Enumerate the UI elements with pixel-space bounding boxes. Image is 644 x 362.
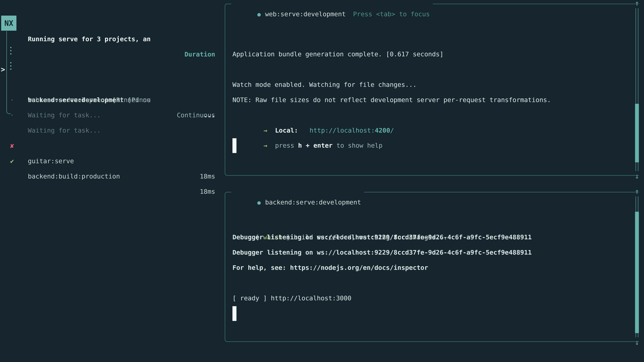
running-spinner-icon bbox=[10, 47, 12, 55]
task-row-waiting-2[interactable]: · Waiting for task... bbox=[0, 92, 224, 108]
task-status-value: Continuous bbox=[177, 108, 215, 123]
terminal-line: Application bundle generation complete. … bbox=[232, 46, 444, 62]
task-row-web-serve[interactable]: web:serve:development [Pinned ou Continu… bbox=[0, 62, 224, 77]
scroll-down-icon[interactable]: ↓ bbox=[632, 171, 641, 181]
scroll-down-icon[interactable]: ↓ bbox=[632, 338, 641, 347]
task-duration-value: 18ms bbox=[200, 169, 215, 184]
terminal-line-inspector-help: For help, see: https://nodejs.org/en/doc… bbox=[232, 260, 428, 275]
pane-scrollbar[interactable]: ↑ ↓ bbox=[632, 187, 641, 347]
output-pane-web-serve: ●web:serve:developmentPress <tab> to foc… bbox=[225, 4, 639, 176]
terminal-line: Watch mode enabled. Watching for file ch… bbox=[232, 77, 416, 92]
task-name: guitar:serve bbox=[28, 153, 74, 169]
help-post-text: to show help bbox=[332, 142, 382, 149]
success-check-icon: ✔ bbox=[8, 153, 16, 169]
terminal-line: NOTE: Raw file sizes do not reflect deve… bbox=[232, 92, 551, 108]
running-bullet-icon: ● bbox=[257, 11, 260, 17]
task-list-header: Running serve for 3 projects, an Duratio… bbox=[0, 16, 224, 31]
task-name: Waiting for task... bbox=[28, 108, 101, 123]
terminal-line-help-hint: → press h + enter to show help bbox=[232, 123, 382, 138]
pane-scrollbar[interactable]: ↑ ↓ bbox=[632, 0, 641, 181]
pane-title: web:serve:development bbox=[265, 10, 346, 18]
nx-tui-screen: NX Running serve for 3 projects, an Dura… bbox=[0, 0, 644, 362]
terminal-cursor bbox=[232, 306, 236, 321]
pane-header: ●web:serve:developmentPress <tab> to foc… bbox=[231, 0, 433, 9]
task-row-backend-serve[interactable]: > backend:serve:development [Pinne ... bbox=[0, 46, 224, 62]
terminal-line-debugger: Debugger listening on ws://localhost:922… bbox=[232, 245, 532, 260]
scrollbar-thumb[interactable] bbox=[635, 212, 639, 333]
terminal-line-local-url: → Local: http://localhost:4200/ bbox=[232, 108, 394, 123]
scroll-up-icon[interactable]: ↑ bbox=[632, 0, 641, 8]
arrow-right-icon: → bbox=[264, 142, 267, 149]
help-keys-text: h + enter bbox=[298, 142, 332, 149]
task-list-panel: NX Running serve for 3 projects, an Dura… bbox=[0, 0, 224, 362]
terminal-line-debugger: Debugger listening on ws://localhost:922… bbox=[232, 230, 532, 245]
pagination: ←1/1→ bbox=[3, 348, 58, 362]
terminal-line-watch-status: [ watch ] build succeeded, watching for … bbox=[232, 214, 447, 230]
task-row-backend-build[interactable]: ✔ backend:build:production 18ms bbox=[0, 138, 224, 153]
task-panel-footer: ←1/1→ quit:qhelp:? bbox=[0, 333, 224, 348]
running-bullet-icon: ● bbox=[257, 199, 260, 206]
task-list-title: Running serve for 3 projects, an bbox=[28, 31, 150, 47]
terminal-cursor bbox=[232, 138, 236, 153]
task-row-waiting-1[interactable]: · Waiting for task... bbox=[0, 77, 224, 92]
output-pane-backend-serve: ●backend:serve:development [ watch ] bui… bbox=[225, 192, 639, 342]
task-duration-value: 18ms bbox=[200, 184, 215, 199]
terminal-line-ready: [ ready ] http://localhost:3000 bbox=[232, 291, 351, 306]
focus-hint: Press <tab> to focus bbox=[353, 10, 430, 18]
pane-title: backend:serve:development bbox=[265, 199, 361, 206]
localhost-url-slash[interactable]: / bbox=[390, 127, 394, 134]
help-pre-text: press bbox=[267, 142, 298, 149]
scroll-up-icon[interactable]: ↑ bbox=[632, 187, 641, 196]
scrollbar-thumb[interactable] bbox=[635, 104, 639, 162]
task-name: backend:build:production bbox=[28, 169, 120, 184]
running-spinner-icon bbox=[10, 62, 12, 70]
task-row-guitar-serve[interactable]: ✘ guitar:serve 18ms bbox=[0, 123, 224, 138]
waiting-dot-icon: · bbox=[8, 108, 16, 123]
pane-header: ●backend:serve:development bbox=[231, 187, 364, 197]
